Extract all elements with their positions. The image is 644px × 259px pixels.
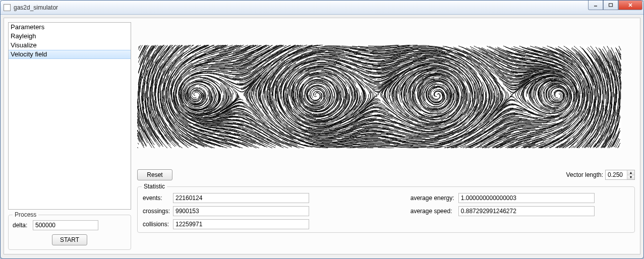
reset-button[interactable]: Reset — [137, 169, 172, 180]
avg-energy-value[interactable] — [458, 193, 595, 203]
app-window: gas2d_simulator ParametersRayleighVisual… — [0, 0, 644, 259]
sidebar-list[interactable]: ParametersRayleighVisualizeVelocity fiel… — [8, 22, 131, 210]
plot-controls-row: Reset Vector length: ▲ ▼ — [137, 169, 635, 180]
process-group: Process delta: START — [8, 215, 131, 250]
spinner-down-icon[interactable]: ▼ — [627, 175, 634, 180]
avg-energy-label: average energy: — [411, 195, 458, 202]
start-button[interactable]: START — [52, 234, 87, 245]
delta-input[interactable] — [33, 220, 98, 230]
statistic-group: Statistic events: crossings: collisions: — [137, 186, 635, 233]
vector-length-label: Vector length: — [566, 171, 603, 178]
sidebar-item-rayleigh[interactable]: Rayleigh — [9, 32, 131, 41]
maximize-button[interactable] — [603, 1, 618, 10]
svg-rect-1 — [609, 4, 613, 7]
app-icon — [4, 4, 11, 11]
velocity-field-plot — [137, 45, 621, 148]
events-label: events: — [143, 195, 173, 202]
sidebar-item-velocity-field[interactable]: Velocity field — [9, 50, 131, 59]
events-value[interactable] — [173, 193, 309, 203]
close-button[interactable] — [618, 1, 642, 10]
titlebar[interactable]: gas2d_simulator — [1, 1, 643, 15]
delta-label: delta: — [13, 222, 33, 229]
crossings-value[interactable] — [173, 206, 309, 216]
vector-length-spinner[interactable]: ▲ ▼ — [605, 170, 635, 180]
minimize-button[interactable] — [588, 1, 603, 10]
avg-speed-value[interactable] — [458, 206, 595, 216]
sidebar-item-visualize[interactable]: Visualize — [9, 41, 131, 50]
collisions-value[interactable] — [173, 219, 309, 229]
client-area: ParametersRayleighVisualizeVelocity fiel… — [4, 18, 640, 254]
collisions-label: collisions: — [143, 221, 173, 228]
spinner-up-icon[interactable]: ▲ — [627, 170, 634, 175]
main-pane: Reset Vector length: ▲ ▼ Statistic — [135, 18, 640, 254]
sidebar-item-parameters[interactable]: Parameters — [9, 23, 131, 32]
process-legend: Process — [13, 211, 38, 218]
window-controls — [588, 1, 642, 10]
statistic-legend: Statistic — [142, 183, 167, 190]
crossings-label: crossings: — [143, 208, 173, 215]
avg-speed-label: average speed: — [411, 208, 458, 215]
window-title: gas2d_simulator — [14, 4, 58, 11]
vector-length-input[interactable] — [606, 170, 627, 179]
sidebar-pane: ParametersRayleighVisualizeVelocity fiel… — [4, 18, 135, 254]
